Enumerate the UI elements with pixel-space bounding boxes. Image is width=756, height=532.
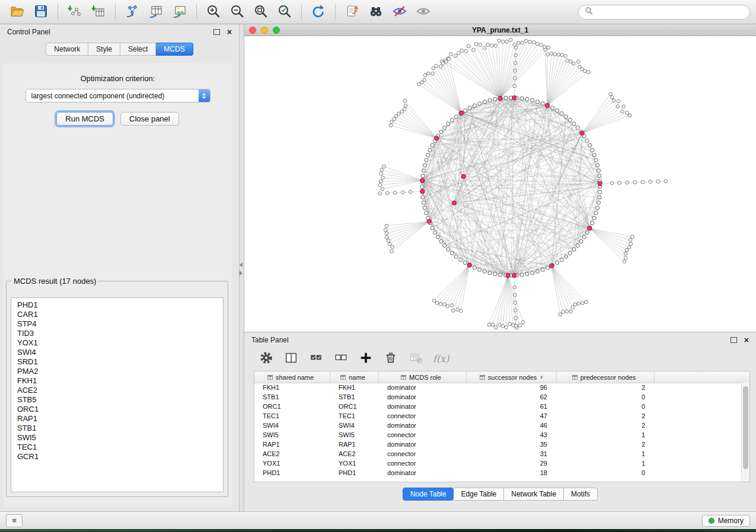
close-panel-icon[interactable]: × [227,28,232,36]
hide-details-button[interactable] [388,2,411,21]
show-details-button[interactable] [412,2,435,21]
cell-filler [655,459,742,468]
table-row[interactable]: SWI4 SWI4 dominator 46 2 [254,421,742,430]
mcds-result-item[interactable]: TID3 [17,329,223,338]
delete-column-button[interactable] [383,351,398,366]
cell-mcds-role: dominator [379,402,467,411]
tab-select[interactable]: Select [120,43,156,56]
control-panel-tabs: Network Style Select MCDS [0,43,239,56]
toolbar-separator [196,4,197,20]
table-row[interactable]: PHD1 PHD1 dominator 18 0 [254,468,742,477]
mcds-result-item[interactable]: SRD1 [17,357,223,367]
mcds-result-item[interactable]: STB5 [17,395,223,405]
table-row[interactable]: ORC1 ORC1 dominator 61 0 [254,402,742,411]
criterion-dropdown[interactable]: largest connected component (undirected) [25,89,210,102]
table-settings-button[interactable] [259,351,274,366]
float-panel-icon[interactable] [213,29,220,35]
tab-network[interactable]: Network [46,43,88,56]
panel-splitter[interactable] [239,24,244,511]
column-attribute-icon [480,375,485,380]
column-header[interactable]: predecessor nodes [557,371,655,383]
cell-predecessor-nodes: 1 [557,449,655,459]
deselect-all-columns-button[interactable] [333,351,349,366]
mcds-result-item[interactable]: SWI5 [17,433,223,443]
search-input[interactable] [596,7,744,17]
zoom-in-button[interactable] [202,2,225,21]
table-row[interactable]: TEC1 TEC1 connector 47 2 [254,411,742,421]
memory-button[interactable]: Memory [702,515,750,527]
mcds-result-item[interactable]: ACE2 [17,386,223,395]
table-panel-header: Table Panel × [244,332,756,347]
mcds-result-item[interactable]: ORC1 [17,405,223,414]
new-network-table-button[interactable] [145,2,167,21]
save-session-button[interactable] [30,2,52,21]
select-all-columns-button[interactable] [308,351,324,366]
mcds-result-box: MCDS result (17 nodes) PHD1CAR1STP4TID3Y… [6,277,228,497]
run-mcds-button[interactable]: Run MCDS [56,112,113,126]
close-panel-icon[interactable]: × [744,336,749,344]
tab-style[interactable]: Style [88,43,120,56]
import-network-button[interactable] [63,2,86,21]
toolbar-separator [335,4,336,20]
column-header[interactable]: MCDS role [379,371,467,383]
create-column-button[interactable] [358,351,374,366]
import-table-button[interactable] [87,2,110,21]
toolbar-separator [301,4,302,20]
refresh-layout-button[interactable] [307,2,330,21]
scrollbar-thumb[interactable] [743,386,748,469]
table-row[interactable]: RAP1 RAP1 dominator 35 2 [254,440,742,449]
search-box[interactable] [578,5,750,20]
column-header[interactable]: name [330,371,379,383]
tab-edge-table[interactable]: Edge Table [454,488,504,501]
close-mcds-panel-button[interactable]: Close panel [120,112,179,126]
tab-mcds[interactable]: MCDS [156,43,193,56]
tab-network-table[interactable]: Network Table [504,488,564,501]
table-row[interactable]: STB1 STB1 dominator 62 0 [254,392,742,402]
cell-name: SWI4 [330,421,379,430]
cell-shared-name: SWI5 [254,430,330,440]
mcds-result-item[interactable]: PHD1 [17,300,223,310]
table-scrollbar[interactable] [741,383,749,482]
mcds-result-item[interactable]: GCR1 [17,452,223,462]
table-row[interactable]: SWI5 SWI5 connector 43 1 [254,430,742,440]
table-row[interactable]: FKH1 FKH1 dominator 96 2 [254,383,742,392]
collapse-left-icon[interactable] [240,262,243,267]
zoom-fit-button[interactable] [250,2,272,21]
folder-open-icon [9,4,25,21]
zoom-selected-button[interactable] [273,2,296,21]
zoom-out-button[interactable] [226,2,248,21]
column-header[interactable]: shared name [254,371,330,383]
function-builder-button[interactable]: f(x) [433,353,449,364]
mcds-result-item[interactable]: PMA2 [17,367,223,376]
open-file-button[interactable] [6,2,28,21]
cell-mcds-role: dominator [379,421,467,430]
table-row[interactable]: YOX1 YOX1 connector 29 1 [254,459,742,468]
float-panel-icon[interactable] [731,337,737,343]
mcds-result-item[interactable]: FKH1 [17,376,223,386]
export-image-button[interactable] [168,2,191,21]
share-document-button[interactable] [341,2,363,21]
mcds-result-list[interactable]: PHD1CAR1STP4TID3YOX1SWI4SRD1PMA2FKH1ACE2… [11,297,224,492]
column-header[interactable]: successor nodes ∨ [467,371,557,383]
network-window-titlebar[interactable]: YPA_prune.txt_1 [244,24,756,36]
table-row[interactable]: ACE2 ACE2 connector 31 1 [254,449,742,459]
collapse-right-icon[interactable] [240,271,243,275]
column-attribute-icon [572,375,578,380]
cell-predecessor-nodes: 2 [557,440,655,449]
show-columns-button[interactable] [283,351,299,366]
network-canvas[interactable] [244,36,756,332]
mcds-result-item[interactable]: TEC1 [17,443,223,452]
tab-motifs[interactable]: Motifs [564,488,598,501]
table-body[interactable]: FKH1 FKH1 dominator 96 2 STB1 STB1 [254,383,742,482]
mcds-result-item[interactable]: SWI4 [17,348,223,357]
mcds-result-item[interactable]: STB1 [17,424,223,433]
mcds-result-item[interactable]: STP4 [17,319,223,329]
tab-node-table[interactable]: Node Table [403,488,454,501]
search-network-button[interactable] [365,2,387,21]
mcds-result-item[interactable]: YOX1 [17,338,223,348]
new-network-button[interactable] [121,2,143,21]
panel-selector-button[interactable]: ≡ [6,514,23,527]
mcds-result-item[interactable]: RAP1 [17,414,223,424]
memory-label: Memory [718,517,744,525]
mcds-result-item[interactable]: CAR1 [17,310,223,319]
